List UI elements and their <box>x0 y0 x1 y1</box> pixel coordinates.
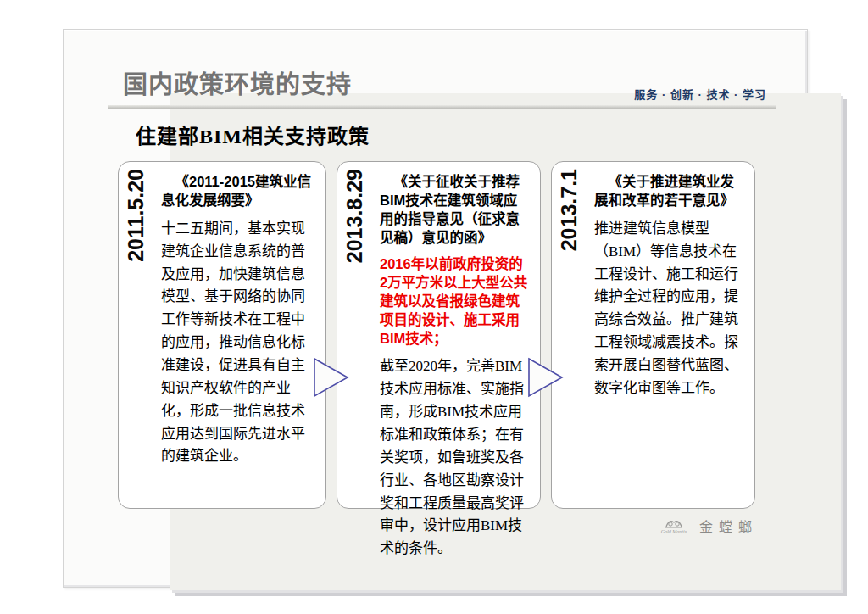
arrow-right-icon <box>313 356 350 399</box>
policy-card-2013-8: 2013.8.29 《关于征收关于推荐BIM技术在建筑领域应用的指导意见（征求意… <box>337 161 541 509</box>
slogan-text: 服务 · 创新 · 技术 · 学习 <box>634 86 766 102</box>
card-body-text: 推进建筑信息模型（BIM）等信息技术在工程设计、施工和运行维护全过程的应用，提高… <box>594 218 744 400</box>
page-title: 国内政策环境的支持 <box>123 64 352 100</box>
card-highlight-text: 2016年以前政府投资的2万平方米以上大型公共建筑以及省报绿色建筑项目的设计、施… <box>380 255 530 349</box>
logo-subtext: Gold Mantis <box>661 529 687 534</box>
card-date: 2013.7.1 <box>557 169 594 254</box>
card-body-text: 截至2020年，完善BIM技术应用标准、实施指南，形成BIM技术应用标准和政策体… <box>380 355 530 561</box>
policy-card-2013-7: 2013.7.1 《关于推进建筑业发展和改革的若干意见》 推进建筑信息模型（BI… <box>551 161 755 509</box>
card-title: 《关于推进建筑业发展和改革的若干意见》 <box>594 173 744 210</box>
company-logo: Gold Mantis 金螳螂 <box>661 516 758 536</box>
title-divider <box>108 105 776 109</box>
card-date: 2011.5.20 <box>124 169 161 265</box>
mantis-emblem-icon <box>665 517 683 528</box>
arrow-right-icon <box>527 356 565 399</box>
policy-card-2011: 2011.5.20 《2011-2015建筑业信息化发展纲要》 十二五期间，基本… <box>118 161 326 509</box>
card-text: 《2011-2015建筑业信息化发展纲要》 十二五期间，基本实现建筑企业信息系统… <box>161 169 315 501</box>
logo-text: 金螳螂 <box>699 516 758 536</box>
card-text: 《关于推进建筑业发展和改革的若干意见》 推进建筑信息模型（BIM）等信息技术在工… <box>594 169 744 501</box>
card-date: 2013.8.29 <box>342 169 380 266</box>
card-title: 《关于征收关于推荐BIM技术在建筑领域应用的指导意见（征求意见稿）意见的函》 <box>380 173 530 248</box>
section-subtitle: 住建部BIM相关支持政策 <box>136 120 370 149</box>
logo-emblem: Gold Mantis <box>661 517 687 534</box>
card-title: 《2011-2015建筑业信息化发展纲要》 <box>161 173 315 210</box>
presentation-slide: 国内政策环境的支持 服务 · 创新 · 技术 · 学习 住建部BIM相关支持政策… <box>0 0 868 614</box>
card-body-text: 十二五期间，基本实现建筑企业信息系统的普及应用，加快建筑信息模型、基于网络的协同… <box>161 218 315 468</box>
logo-divider <box>693 516 693 536</box>
card-text: 《关于征收关于推荐BIM技术在建筑领域应用的指导意见（征求意见稿）意见的函》 2… <box>380 169 530 501</box>
